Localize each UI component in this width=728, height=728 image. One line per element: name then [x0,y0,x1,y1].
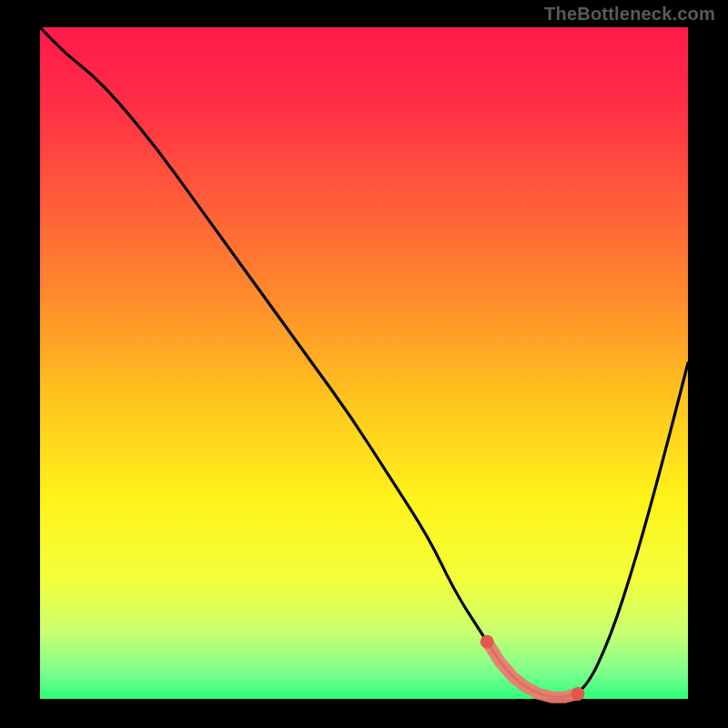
optimal-range-endpoint [480,635,494,649]
watermark-text: TheBottleneck.com [544,4,715,25]
optimal-range-endpoint [571,687,584,701]
plot-background [40,27,688,699]
chart-frame: { "watermark": "TheBottleneck.com", "col… [0,0,728,728]
bottleneck-chart [0,0,728,728]
